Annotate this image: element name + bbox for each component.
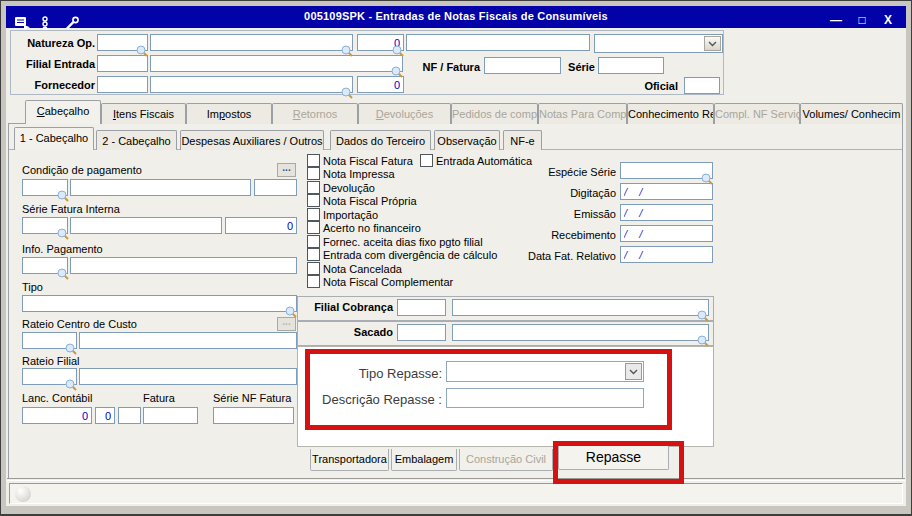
especie-serie-input[interactable] [620,162,713,179]
tab-devolucoes: Devoluções [358,103,451,124]
magnifier-icon[interactable] [391,64,403,82]
chevron-down-icon [708,41,717,47]
subtab-dados-do-terceiro[interactable]: Dados do Terceiro [330,130,431,150]
natureza-combobox[interactable] [594,34,723,53]
condicao-pagamento-desc-input[interactable] [70,179,251,196]
emissao-date-input[interactable] [620,204,713,221]
dropdown-button[interactable] [704,36,721,51]
magnifier-icon[interactable] [392,43,404,61]
data-fat-relativo-label: Data Fat. Relativo [500,250,616,262]
natureza-extra-input[interactable] [406,34,590,51]
serie-label: Série [550,61,595,73]
filial-cobranca-label: Filial Cobrança [300,301,393,313]
serie-nf-fatura-input[interactable] [213,407,294,424]
checkbox-nota-fiscal-fatura[interactable] [307,154,320,167]
fatura-label: Fatura [143,392,175,404]
tab-itens-fiscais[interactable]: Itens Fiscais [101,103,186,124]
checkbox-label: Fornec. aceita dias fixo pgto filial [323,236,483,248]
magnifier-icon[interactable] [285,304,297,322]
oficial-input[interactable] [684,77,720,94]
tipo-input[interactable] [22,295,297,312]
sacado-code-input[interactable] [397,324,446,341]
checkbox-nota-fiscal-propria[interactable] [307,194,320,207]
checkbox-label: Acerto no financeiro [323,222,421,234]
lanc-contabil-label: Lanc. Contábil [22,392,92,404]
subtab-nfe[interactable]: NF-e [503,130,542,150]
serie-fatura-desc-input[interactable] [70,217,222,234]
recebimento-date-input[interactable] [620,225,713,242]
window-title: 005109SPK - Entradas de Notas Fiscais de… [6,10,906,22]
rateio-centro-custo-label: Rateio Centro de Custo [22,318,137,330]
filial-entrada-label: Filial Entrada [8,58,95,70]
checkbox-entrada-automatica[interactable] [420,154,433,167]
fornecedor-code-input[interactable] [97,76,148,93]
checkbox-nota-cancelada[interactable] [307,262,320,275]
filial-desc-input[interactable] [150,55,403,72]
status-bar [9,483,903,504]
magnifier-icon[interactable] [65,341,77,359]
bottom-tab-repasse[interactable]: Repasse [558,446,669,470]
checkbox-label: Nota Cancelada [323,263,402,275]
bottom-tab-transportadora[interactable]: Transportadora [310,449,389,471]
condicao-pagamento-dots-button[interactable]: ... [277,163,296,177]
tab-pedidos-de-compra: Pedidos de compr [451,103,538,124]
magnifier-icon[interactable] [697,333,709,351]
bottom-tab-embalagem[interactable]: Embalagem [391,449,457,471]
tab-conhecimento[interactable]: Conhecimento Re [627,103,714,124]
rateio-centro-custo-desc-input[interactable] [79,332,297,349]
checkbox-label: Entrada com divergência de cálculo [323,249,497,261]
magnifier-icon[interactable] [341,43,353,61]
condicao-pagamento-extra-input[interactable] [254,179,297,196]
checkbox-devolucao[interactable] [307,181,320,194]
magnifier-icon[interactable] [57,188,69,206]
magnifier-icon[interactable] [341,85,353,103]
checkbox-acerto-financeiro[interactable] [307,221,320,234]
serie-fatura-qty-input[interactable] [225,217,297,234]
checkbox-importacao[interactable] [307,208,320,221]
checkbox-divergencia-calculo[interactable] [307,248,320,261]
sacado-label: Sacado [300,326,393,338]
tab-cabecalho[interactable]: Cabeçalho [25,100,101,124]
fatura-input[interactable] [143,407,198,424]
rateio-filial-desc-input[interactable] [79,368,297,385]
checkbox-nota-fiscal-complementar[interactable] [307,275,320,288]
lanc-contabil-input-3[interactable] [118,407,141,424]
tab-retornos: Retornos [272,103,358,124]
subtab-observacao[interactable]: Observação [434,130,500,150]
oficial-label: Oficial [610,80,678,92]
subtab-despesas-auxiliares[interactable]: Despesas Auxiliares / Outros [180,130,324,150]
subtab-2-cabecalho[interactable]: 2 - Cabeçalho [96,130,177,150]
checkbox-fornec-dias-fixo[interactable] [307,235,320,248]
maximize-button[interactable]: □ [852,14,872,29]
filial-cobranca-desc-input[interactable] [452,299,709,316]
tab-impostos[interactable]: Impostos [186,103,272,124]
tab-volumes-conhecimento[interactable]: Volumes/ Conhecim [800,103,903,124]
lanc-contabil-input-1[interactable] [22,407,92,424]
data-fat-relativo-date-input[interactable] [620,246,713,263]
magnifier-icon[interactable] [57,266,69,284]
sacado-desc-input[interactable] [452,324,709,341]
checkbox-nota-impressa[interactable] [307,167,320,180]
app-window: 005109SPK - Entradas de Notas Fiscais de… [0,0,912,516]
info-pagamento-desc-input[interactable] [70,257,297,274]
magnifier-icon[interactable] [57,226,69,244]
checkbox-label: Nota Fiscal Própria [323,195,417,207]
subtab-1-cabecalho[interactable]: 1 - Cabeçalho [14,127,94,150]
magnifier-icon[interactable] [701,171,713,189]
lanc-contabil-input-2[interactable] [95,407,115,424]
natureza-desc-input[interactable] [150,34,353,51]
digitacao-label: Digitação [500,187,616,199]
digitacao-date-input[interactable] [620,183,713,200]
magnifier-icon[interactable] [136,43,148,61]
checkbox-label: Importação [323,209,378,221]
magnifier-icon[interactable] [65,377,77,395]
magnifier-icon[interactable] [697,308,709,326]
filial-cobranca-code-input[interactable] [397,299,446,316]
emissao-label: Emissão [500,208,616,220]
tipo-label: Tipo [22,281,43,293]
serie-input[interactable] [598,57,664,74]
fornecedor-desc-input[interactable] [150,76,353,93]
title-bar: 005109SPK - Entradas de Notas Fiscais de… [6,6,906,28]
close-button[interactable]: X [878,14,898,29]
minimize-button[interactable]: — [826,14,846,29]
